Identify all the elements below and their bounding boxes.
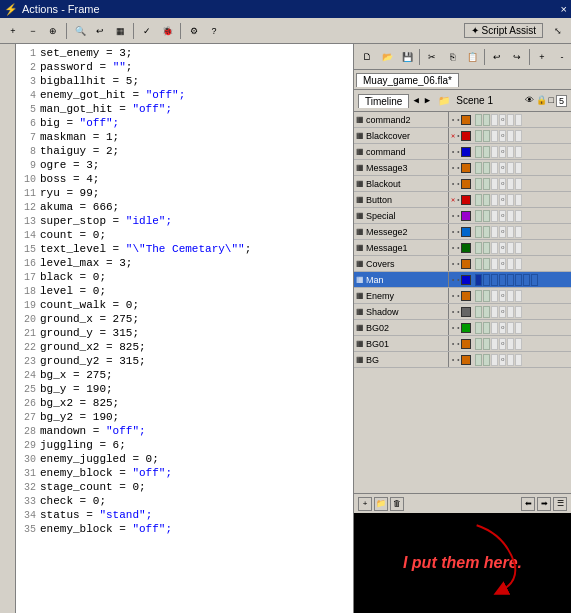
frame-cell[interactable]: [515, 226, 522, 238]
layer-visibility-icon[interactable]: •: [451, 356, 455, 364]
frame-cell[interactable]: [475, 338, 482, 350]
frame-cell[interactable]: o: [499, 322, 506, 334]
layer-lock-icon[interactable]: •: [456, 340, 460, 348]
layer-lock-icon[interactable]: •: [456, 132, 460, 140]
options-btn-2[interactable]: ☰: [553, 497, 567, 511]
frame-cell[interactable]: [491, 130, 498, 142]
toolbar-btn-debug[interactable]: 🐞: [158, 22, 176, 40]
toolbar-btn-find[interactable]: 🔍: [71, 22, 89, 40]
layer-visibility-icon[interactable]: •: [451, 260, 455, 268]
frame-cell[interactable]: o: [499, 258, 506, 270]
frame-cell[interactable]: [507, 194, 514, 206]
frame-cell[interactable]: [483, 130, 490, 142]
frame-cell[interactable]: [515, 322, 522, 334]
frame-cell[interactable]: [531, 274, 538, 286]
frame-cell[interactable]: [475, 306, 482, 318]
layer-lock-icon[interactable]: •: [456, 356, 460, 364]
rt-btn-open[interactable]: 📂: [378, 48, 396, 66]
rt-btn-zoom-out[interactable]: -: [553, 48, 571, 66]
layer-row[interactable]: ▦Messege2••o: [354, 224, 571, 240]
code-editor[interactable]: 1set_enemy = 3;2password = "";3bigballhi…: [16, 44, 354, 613]
prev-frame-btn[interactable]: ⬅: [521, 497, 535, 511]
layer-row[interactable]: ▦BG01••o: [354, 336, 571, 352]
frame-cell[interactable]: [475, 274, 482, 286]
layer-row[interactable]: ▦Covers••o: [354, 256, 571, 272]
frame-cell[interactable]: o: [499, 146, 506, 158]
frame-cell[interactable]: [515, 290, 522, 302]
frame-cell[interactable]: [475, 178, 482, 190]
layer-row[interactable]: ▦Special••o: [354, 208, 571, 224]
frame-cell[interactable]: [475, 226, 482, 238]
frame-cell[interactable]: [515, 178, 522, 190]
frame-cell[interactable]: [491, 194, 498, 206]
frame-cell[interactable]: [483, 354, 490, 366]
frame-cell[interactable]: [483, 258, 490, 270]
frame-cell[interactable]: [491, 290, 498, 302]
layer-lock-icon[interactable]: •: [456, 116, 460, 124]
back-arrow-btn[interactable]: ◀: [413, 95, 418, 106]
toolbar-btn-target[interactable]: ⊕: [44, 22, 62, 40]
layer-lock-icon[interactable]: •: [456, 212, 460, 220]
frame-cell[interactable]: [491, 258, 498, 270]
next-frame-btn[interactable]: ➡: [537, 497, 551, 511]
layer-row[interactable]: ▦Blackcover✕•o: [354, 128, 571, 144]
frame-cell[interactable]: o: [499, 162, 506, 174]
frame-cell[interactable]: [491, 354, 498, 366]
frame-cell[interactable]: [483, 306, 490, 318]
frame-cell[interactable]: [475, 194, 482, 206]
frame-cell[interactable]: o: [499, 210, 506, 222]
rt-btn-new[interactable]: 🗋: [358, 48, 376, 66]
layer-lock-icon[interactable]: •: [456, 324, 460, 332]
frame-cell[interactable]: [483, 226, 490, 238]
frame-cell[interactable]: [515, 258, 522, 270]
frame-cell[interactable]: [507, 274, 514, 286]
frame-cell[interactable]: [475, 258, 482, 270]
frame-cell[interactable]: [515, 338, 522, 350]
frame-cell[interactable]: [475, 354, 482, 366]
layer-lock-icon[interactable]: •: [456, 196, 460, 204]
frame-cell[interactable]: [507, 242, 514, 254]
rt-btn-redo[interactable]: ↪: [508, 48, 526, 66]
frame-cell[interactable]: [507, 306, 514, 318]
frame-cell[interactable]: [507, 338, 514, 350]
layer-visibility-icon[interactable]: •: [451, 228, 455, 236]
frame-cell[interactable]: [475, 290, 482, 302]
add-folder-btn[interactable]: 📁: [374, 497, 388, 511]
frame-cell[interactable]: [483, 114, 490, 126]
frame-cell[interactable]: [483, 178, 490, 190]
frame-cell[interactable]: [475, 242, 482, 254]
rt-btn-zoom-in[interactable]: +: [533, 48, 551, 66]
frame-cell[interactable]: o: [499, 290, 506, 302]
frame-cell[interactable]: [475, 114, 482, 126]
toolbar-btn-remove[interactable]: −: [24, 22, 42, 40]
frame-cell[interactable]: [507, 114, 514, 126]
frame-cell[interactable]: [515, 194, 522, 206]
frame-cell[interactable]: [491, 306, 498, 318]
frame-cell[interactable]: o: [499, 130, 506, 142]
frame-cell[interactable]: [475, 130, 482, 142]
layer-visibility-icon[interactable]: •: [451, 308, 455, 316]
layer-row[interactable]: ▦Enemy••o: [354, 288, 571, 304]
frame-cell[interactable]: [515, 146, 522, 158]
frame-cell[interactable]: [491, 210, 498, 222]
toolbar-btn-help[interactable]: ?: [205, 22, 223, 40]
rt-btn-cut[interactable]: ✂: [423, 48, 441, 66]
frame-cell[interactable]: [475, 322, 482, 334]
frame-cell[interactable]: [507, 354, 514, 366]
frame-cell[interactable]: [483, 146, 490, 158]
layer-row[interactable]: ▦Message3••o: [354, 160, 571, 176]
layer-visibility-icon[interactable]: •: [451, 212, 455, 220]
frame-cell[interactable]: [507, 178, 514, 190]
frame-cell[interactable]: [507, 210, 514, 222]
frame-cell[interactable]: [515, 306, 522, 318]
rt-btn-copy[interactable]: ⎘: [443, 48, 461, 66]
frame-cell[interactable]: [515, 162, 522, 174]
frame-cell[interactable]: [483, 242, 490, 254]
layer-visibility-icon[interactable]: •: [451, 244, 455, 252]
toolbar-btn-add[interactable]: +: [4, 22, 22, 40]
layer-row[interactable]: ▦Blackout••o: [354, 176, 571, 192]
frame-cell[interactable]: [491, 226, 498, 238]
frame-cell[interactable]: [483, 338, 490, 350]
frame-cell[interactable]: [475, 146, 482, 158]
toolbar-btn-replace[interactable]: ↩: [91, 22, 109, 40]
